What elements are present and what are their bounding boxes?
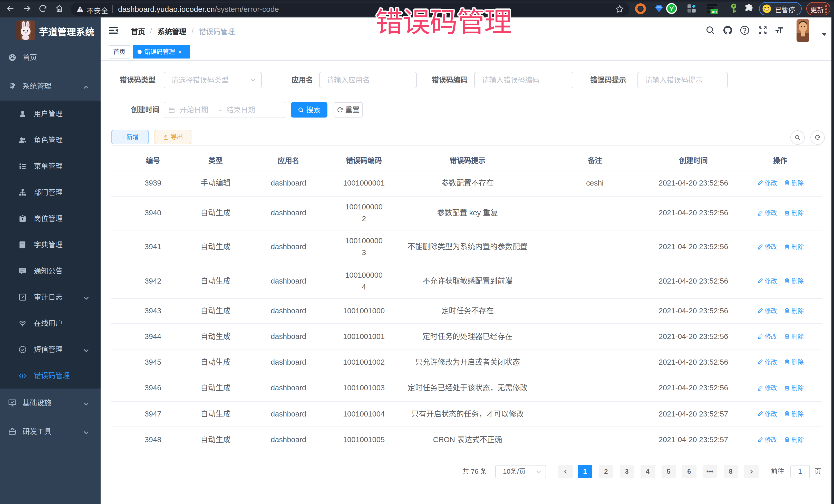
svg-text:on: on	[711, 9, 717, 14]
